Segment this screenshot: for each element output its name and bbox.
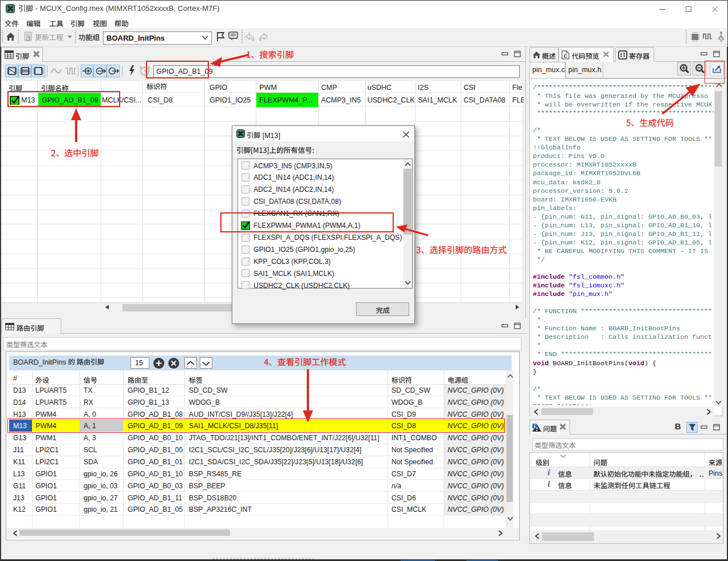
svg-text:c: c [564,52,567,59]
